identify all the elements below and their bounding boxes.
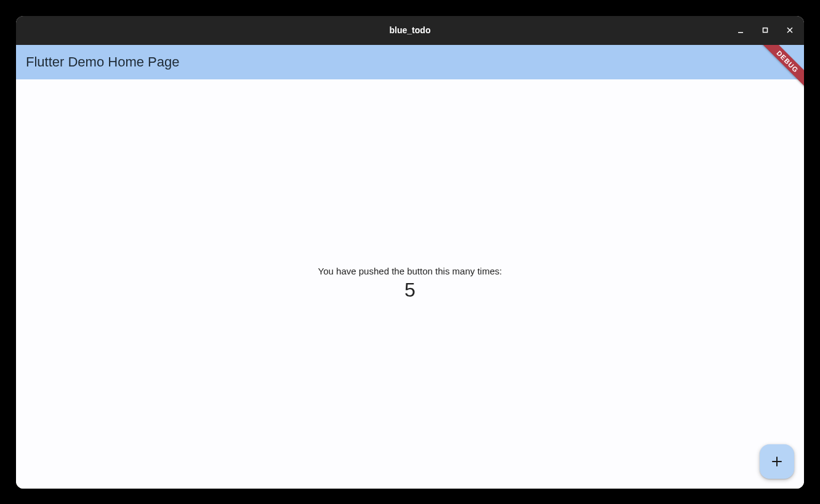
maximize-icon bbox=[762, 26, 769, 34]
increment-fab[interactable] bbox=[760, 444, 794, 479]
titlebar: blue_todo bbox=[16, 16, 804, 45]
window-controls bbox=[731, 16, 799, 45]
close-button[interactable] bbox=[781, 21, 799, 39]
minimize-button[interactable] bbox=[731, 21, 750, 39]
minimize-icon bbox=[737, 26, 744, 34]
application-window: blue_todo Flutter Demo Home Page You hav… bbox=[16, 16, 804, 489]
close-icon bbox=[786, 26, 794, 34]
maximize-button[interactable] bbox=[756, 21, 774, 39]
app-body: Flutter Demo Home Page You have pushed t… bbox=[16, 45, 804, 489]
svg-rect-1 bbox=[763, 28, 768, 33]
plus-icon bbox=[770, 454, 784, 469]
counter-value: 5 bbox=[404, 279, 416, 302]
app-bar-title: Flutter Demo Home Page bbox=[26, 54, 179, 70]
app-bar: Flutter Demo Home Page bbox=[16, 45, 804, 79]
svg-rect-0 bbox=[738, 32, 743, 33]
counter-message: You have pushed the button this many tim… bbox=[318, 266, 502, 276]
content-area: You have pushed the button this many tim… bbox=[16, 79, 804, 489]
window-title: blue_todo bbox=[390, 25, 431, 35]
